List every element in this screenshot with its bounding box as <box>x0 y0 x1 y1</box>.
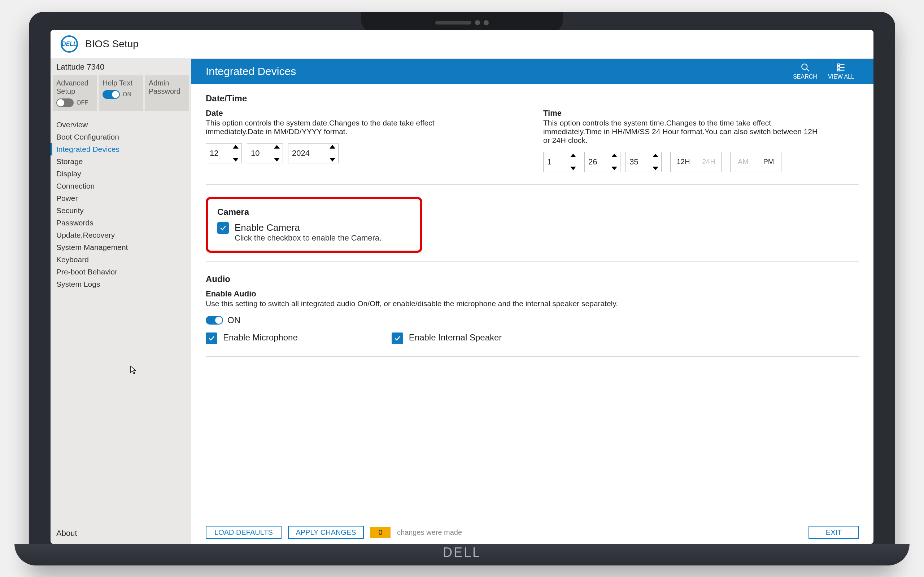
help-text-label: Help Text <box>102 79 139 87</box>
page-title: Integrated Devices <box>206 65 296 77</box>
arrow-down-icon[interactable] <box>611 167 617 170</box>
sidebar: Latitude 7340 Advanced Setup OFF Help Te… <box>50 59 191 544</box>
arrow-up-icon[interactable] <box>611 154 617 157</box>
nav-update-recovery[interactable]: Update,Recovery <box>50 229 191 241</box>
load-defaults-button[interactable]: LOAD DEFAULTS <box>206 526 281 539</box>
audio-description: Use this setting to switch all integrate… <box>206 299 639 308</box>
svg-line-1 <box>806 69 809 71</box>
ampm-segment: AM PM <box>730 152 782 172</box>
nav-preboot-behavior[interactable]: Pre-boot Behavior <box>50 266 191 278</box>
arrow-down-icon[interactable] <box>274 158 280 161</box>
main-panel: Integrated Devices SEARCH VIEW ALL <box>191 59 874 544</box>
format-24h-button[interactable]: 24H <box>696 152 721 172</box>
cursor-icon <box>130 365 136 375</box>
nav-connection[interactable]: Connection <box>50 180 191 192</box>
arrow-down-icon[interactable] <box>570 167 576 170</box>
view-all-button[interactable]: VIEW ALL <box>823 59 859 84</box>
nav-system-logs[interactable]: System Logs <box>50 278 191 290</box>
page-header: Integrated Devices SEARCH VIEW ALL <box>191 59 874 84</box>
app-title: BIOS Setup <box>85 38 139 50</box>
admin-password-label: Admin Password <box>149 79 186 95</box>
search-button[interactable]: SEARCH <box>787 59 823 84</box>
date-column: Date This option controls the system dat… <box>206 108 522 172</box>
clock-format-segment: 12H 24H <box>670 152 722 172</box>
sidebar-toggle-row: Advanced Setup OFF Help Text ON <box>50 76 191 114</box>
nav-overview[interactable]: Overview <box>50 119 191 131</box>
svg-point-0 <box>802 64 807 69</box>
enable-audio-subhead: Enable Audio <box>206 289 859 298</box>
nav-power[interactable]: Power <box>50 192 191 205</box>
time-description: This option controls the system time.Cha… <box>543 119 825 145</box>
date-label: Date <box>206 108 522 118</box>
nav-integrated-devices[interactable]: Integrated Devices <box>50 143 191 155</box>
nav-security[interactable]: Security <box>50 205 191 217</box>
view-all-label: VIEW ALL <box>828 74 855 80</box>
arrow-down-icon[interactable] <box>330 158 335 161</box>
nav-system-management[interactable]: System Management <box>50 241 191 253</box>
pm-button[interactable]: PM <box>756 152 781 172</box>
admin-password-card[interactable]: Admin Password <box>145 76 189 111</box>
enable-microphone-label: Enable Microphone <box>223 332 298 343</box>
nav-display[interactable]: Display <box>50 168 191 180</box>
enable-microphone-checkbox[interactable] <box>206 332 217 344</box>
enable-audio-state: ON <box>228 315 241 325</box>
format-12h-button[interactable]: 12H <box>670 152 696 172</box>
content-area: Date/Time Date This option controls the … <box>191 84 874 521</box>
enable-audio-toggle[interactable] <box>206 316 223 324</box>
camera-heading: Camera <box>217 207 411 217</box>
time-column: Time This option controls the system tim… <box>543 108 859 172</box>
divider <box>206 184 859 185</box>
date-day-spinner[interactable]: 10 <box>247 143 283 163</box>
enable-camera-desc: Click the checkbox to enable the Camera. <box>234 233 381 243</box>
time-hour-spinner[interactable]: 1 <box>543 152 579 172</box>
help-text-card[interactable]: Help Text ON <box>99 76 143 111</box>
about-link[interactable]: About <box>50 523 191 544</box>
time-second-value: 35 <box>630 157 638 167</box>
svg-rect-4 <box>837 69 840 71</box>
svg-rect-2 <box>837 64 840 65</box>
arrow-down-icon[interactable] <box>653 167 658 170</box>
divider <box>206 356 859 357</box>
nav-storage[interactable]: Storage <box>50 155 191 168</box>
date-month-spinner[interactable]: 12 <box>206 143 242 163</box>
enable-speaker-label: Enable Internal Speaker <box>409 332 502 343</box>
help-text-toggle[interactable] <box>102 90 120 99</box>
exit-button[interactable]: EXIT <box>809 526 859 539</box>
footer-bar: LOAD DEFAULTS APPLY CHANGES 0 changes we… <box>191 521 874 544</box>
arrow-up-icon[interactable] <box>570 154 576 157</box>
laptop-brand: DELL <box>443 545 481 560</box>
nav-keyboard[interactable]: Keyboard <box>50 253 191 266</box>
arrow-up-icon[interactable] <box>330 145 335 148</box>
time-second-spinner[interactable]: 35 <box>625 152 662 172</box>
time-label: Time <box>543 108 859 118</box>
arrow-down-icon[interactable] <box>233 158 239 161</box>
divider <box>206 261 859 262</box>
date-month-value: 12 <box>210 148 218 158</box>
nav-passwords[interactable]: Passwords <box>50 217 191 229</box>
datetime-heading: Date/Time <box>206 93 859 103</box>
enable-camera-checkbox[interactable] <box>217 222 229 234</box>
search-icon <box>801 63 810 72</box>
model-label: Latitude 7340 <box>50 59 191 76</box>
enable-speaker-checkbox[interactable] <box>392 332 403 344</box>
nav-boot-configuration[interactable]: Boot Configuration <box>50 131 191 143</box>
apply-changes-button[interactable]: APPLY CHANGES <box>288 526 364 539</box>
laptop-frame: DELL BIOS Setup Latitude 7340 Advanced S… <box>29 12 895 566</box>
am-button[interactable]: AM <box>730 152 756 172</box>
advanced-setup-card[interactable]: Advanced Setup OFF <box>53 76 97 111</box>
date-description: This option controls the system date.Cha… <box>206 119 487 136</box>
tree-icon <box>837 63 846 72</box>
changes-count: 0 <box>370 527 391 538</box>
laptop-base: DELL <box>15 544 909 566</box>
time-minute-value: 26 <box>588 157 597 167</box>
time-minute-spinner[interactable]: 26 <box>584 152 620 172</box>
screen: DELL BIOS Setup Latitude 7340 Advanced S… <box>50 30 874 544</box>
date-year-spinner[interactable]: 2024 <box>288 143 339 163</box>
advanced-setup-state: OFF <box>76 100 88 106</box>
arrow-up-icon[interactable] <box>274 145 280 148</box>
changes-text: changes were made <box>397 528 462 537</box>
arrow-up-icon[interactable] <box>653 154 658 157</box>
advanced-setup-toggle[interactable] <box>56 98 74 107</box>
check-icon <box>394 335 401 342</box>
arrow-up-icon[interactable] <box>233 145 239 148</box>
